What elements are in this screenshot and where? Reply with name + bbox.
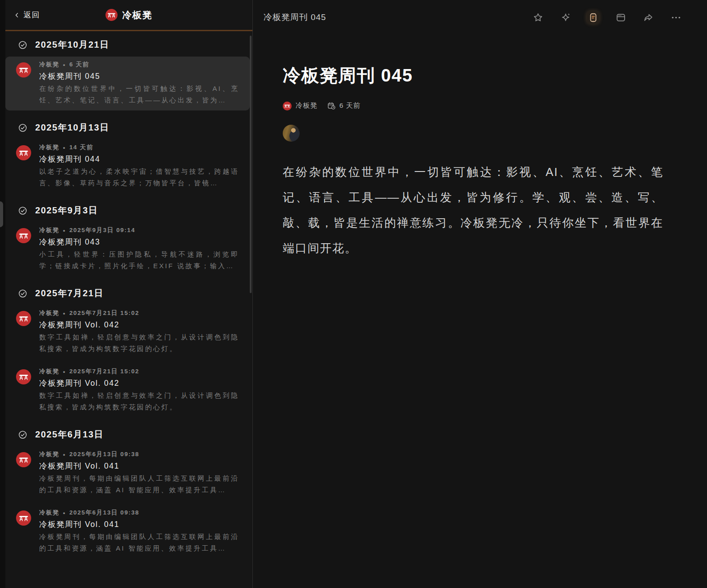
left-edge-rail	[0, 0, 5, 588]
entry-time: 2025年7月21日 15:02	[69, 309, 139, 317]
entry-feed-bench-icon	[16, 452, 31, 467]
entry-preview: 数字工具如禅，轻启创意与效率之门，从设计调色到隐私搜索，皆成为构筑数字花园的心灯…	[39, 331, 239, 355]
calendar-clock-icon	[327, 102, 336, 110]
entry-list-item[interactable]: 冷板凳 • 2025年6月13日 09:38 冷板凳周刊 Vol. 041 冷板…	[5, 505, 250, 559]
publish-time: 6 天前	[327, 101, 361, 110]
date-group-header: 2025年10月21日	[5, 32, 252, 57]
entry-title: 冷板凳周刊 Vol. 042	[39, 319, 239, 330]
entry-source: 冷板凳	[39, 226, 59, 234]
entry-list-item[interactable]: 冷板凳 • 2025年7月21日 15:02 冷板凳周刊 Vol. 042 数字…	[5, 363, 250, 417]
date-group-header: 2025年9月3日	[5, 198, 252, 222]
entry-feed-bench-icon	[16, 510, 31, 526]
drawer-handle[interactable]	[0, 201, 3, 227]
entry-feed-bench-icon	[16, 228, 31, 243]
entry-title: 冷板凳周刊 Vol. 041	[39, 519, 239, 530]
date-group-label: 2025年10月13日	[35, 122, 110, 134]
entry-title: 冷板凳周刊 044	[39, 154, 239, 164]
entry-feed-bench-icon	[16, 311, 31, 326]
entry-time: 2025年6月13日 09:38	[69, 509, 139, 517]
entry-preview: 数字工具如禅，轻启创意与效率之门，从设计调色到隐私搜索，皆成为构筑数字花园的心灯…	[39, 390, 239, 413]
date-group-header: 2025年7月21日	[5, 281, 252, 305]
app-window: 返回 冷板凳 2025年10月21日 冷板凳 • 6 天前 冷板凳周	[0, 0, 707, 588]
date-group-label: 2025年7月21日	[35, 287, 104, 299]
topbar-entry-title: 冷板凳周刊 045	[264, 12, 326, 23]
publish-time-label: 6 天前	[339, 101, 361, 110]
entry-list-item[interactable]: 冷板凳 • 2025年9月3日 09:14 冷板凳周刊 043 小工具，轻世界：…	[5, 222, 250, 276]
star-icon[interactable]	[532, 11, 544, 24]
article-body: 在纷杂的数位世界中，一切皆可触达：影视、AI、烹饪、艺术、笔记、语言、工具——从…	[283, 159, 663, 261]
chevron-left-icon	[13, 12, 20, 19]
mark-read-check-icon[interactable]	[18, 40, 28, 50]
feed-header: 冷板凳	[105, 9, 152, 21]
sidebar-header: 返回 冷板凳	[5, 0, 252, 31]
entry-preview: 冷板凳周刊，每期由编辑团队人工筛选互联网上最前沿的工具和资源，涵盖 AI 智能应…	[39, 531, 239, 554]
reader-view-icon[interactable]	[587, 11, 599, 24]
back-label: 返回	[24, 10, 40, 20]
entry-title: 冷板凳周刊 045	[39, 71, 239, 82]
date-group-label: 2025年9月3日	[35, 204, 98, 216]
feed-logo-bench-icon	[105, 9, 117, 21]
entry-list-item[interactable]: 冷板凳 • 6 天前 冷板凳周刊 045 在纷杂的数位世界中，一切皆可触达：影视…	[5, 57, 250, 110]
entry-title: 冷板凳周刊 043	[39, 237, 239, 247]
entry-list-item[interactable]: 冷板凳 • 2025年6月13日 09:38 冷板凳周刊 Vol. 041 冷板…	[5, 446, 250, 500]
entry-source: 冷板凳	[39, 61, 59, 69]
source-bench-icon	[283, 102, 292, 110]
topbar-actions	[532, 11, 682, 24]
mark-read-check-icon[interactable]	[18, 289, 28, 298]
reader-panel: 冷板凳周刊 045	[253, 0, 707, 588]
entry-source: 冷板凳	[39, 309, 59, 317]
entry-list-item[interactable]: 冷板凳 • 2025年7月21日 15:02 冷板凳周刊 Vol. 042 数字…	[5, 305, 250, 359]
entry-source: 冷板凳	[39, 509, 59, 517]
date-group-label: 2025年6月13日	[35, 429, 104, 441]
entry-source: 冷板凳	[39, 450, 59, 458]
entry-feed-bench-icon	[16, 145, 31, 160]
article-title: 冷板凳周刊 045	[283, 63, 663, 88]
entry-meta-dot: •	[63, 227, 65, 234]
entry-time: 2025年6月13日 09:38	[69, 450, 139, 458]
entry-source: 冷板凳	[39, 143, 59, 151]
date-group-header: 2025年6月13日	[5, 422, 252, 446]
browser-window-icon[interactable]	[614, 11, 627, 24]
entry-source: 冷板凳	[39, 368, 59, 376]
entry-meta-dot: •	[63, 61, 65, 68]
article-content: 冷板凳周刊 045 冷板凳	[253, 35, 707, 261]
author-avatar	[283, 125, 300, 142]
sidebar-scrollbar[interactable]	[250, 36, 252, 293]
entry-time: 6 天前	[69, 61, 89, 69]
entry-time: 2025年7月21日 15:02	[69, 368, 139, 376]
article-source[interactable]: 冷板凳	[283, 101, 317, 110]
entry-preview: 小工具，轻世界：压图护隐私，导航不迷路，浏览即学；链接成卡片，照片化手绘，EXI…	[39, 249, 239, 272]
entry-meta-dot: •	[63, 310, 65, 317]
entry-list-panel: 返回 冷板凳 2025年10月21日 冷板凳 • 6 天前 冷板凳周	[5, 0, 253, 588]
entry-meta-dot: •	[63, 510, 65, 516]
entry-time: 2025年9月3日 09:14	[69, 226, 135, 234]
more-icon[interactable]	[670, 11, 682, 24]
feed-title: 冷板凳	[122, 9, 152, 21]
entry-preview: 冷板凳周刊，每期由编辑团队人工筛选互联网上最前沿的工具和资源，涵盖 AI 智能应…	[39, 473, 239, 496]
entry-feed-bench-icon	[16, 62, 31, 78]
entry-preview: 在纷杂的数位世界中，一切皆可触达：影视、AI、烹饪、艺术、笔记、语言、工具——从…	[39, 83, 239, 106]
entry-meta-dot: •	[63, 368, 65, 375]
source-label: 冷板凳	[296, 101, 317, 110]
mark-read-check-icon[interactable]	[18, 123, 28, 133]
sparkles-icon[interactable]	[559, 11, 572, 24]
entry-meta-dot: •	[63, 451, 65, 458]
entry-feed-bench-icon	[16, 369, 31, 384]
share-icon[interactable]	[642, 11, 654, 24]
entry-title: 冷板凳周刊 Vol. 042	[39, 378, 239, 388]
article-meta: 冷板凳 6 天前	[283, 101, 663, 110]
back-button[interactable]: 返回	[13, 10, 40, 20]
mark-read-check-icon[interactable]	[18, 206, 28, 216]
entry-meta-dot: •	[63, 144, 65, 151]
date-group-label: 2025年10月21日	[35, 39, 110, 51]
reader-topbar: 冷板凳周刊 045	[253, 0, 707, 35]
entry-list-item[interactable]: 冷板凳 • 14 天前 冷板凳周刊 044 以老子之道为心，柔水映宇宙；借智慧与…	[5, 139, 250, 193]
entry-time: 14 天前	[69, 143, 93, 151]
mark-read-check-icon[interactable]	[18, 430, 28, 440]
article-list: 2025年10月21日 冷板凳 • 6 天前 冷板凳周刊 045 在纷杂的数位世…	[5, 31, 252, 588]
entry-preview: 以老子之道为心，柔水映宇宙；借智慧与技艺，跨越语言、影像、草药与音乐之界；万物皆…	[39, 166, 239, 189]
date-group-header: 2025年10月13日	[5, 115, 252, 139]
entry-title: 冷板凳周刊 Vol. 041	[39, 461, 239, 471]
